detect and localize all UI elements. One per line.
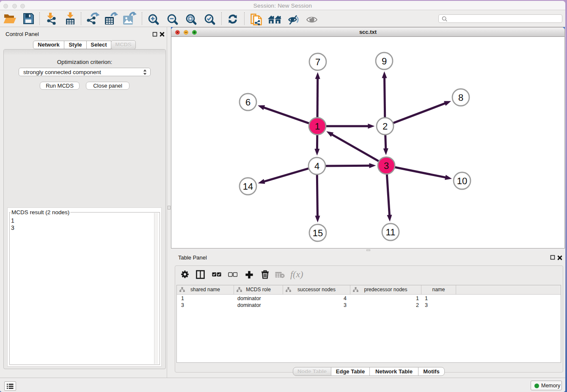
- svg-text:9: 9: [382, 56, 387, 66]
- svg-text:2: 2: [383, 121, 388, 132]
- svg-text:7: 7: [315, 57, 320, 67]
- svg-text:6: 6: [245, 97, 250, 108]
- svg-text:4: 4: [314, 161, 319, 171]
- svg-text:1: 1: [315, 121, 320, 132]
- svg-text:10: 10: [457, 176, 467, 186]
- svg-text:14: 14: [243, 181, 253, 192]
- svg-text:15: 15: [313, 228, 323, 238]
- svg-text:3: 3: [384, 160, 389, 171]
- svg-text:8: 8: [458, 92, 463, 103]
- svg-text:11: 11: [386, 227, 396, 237]
